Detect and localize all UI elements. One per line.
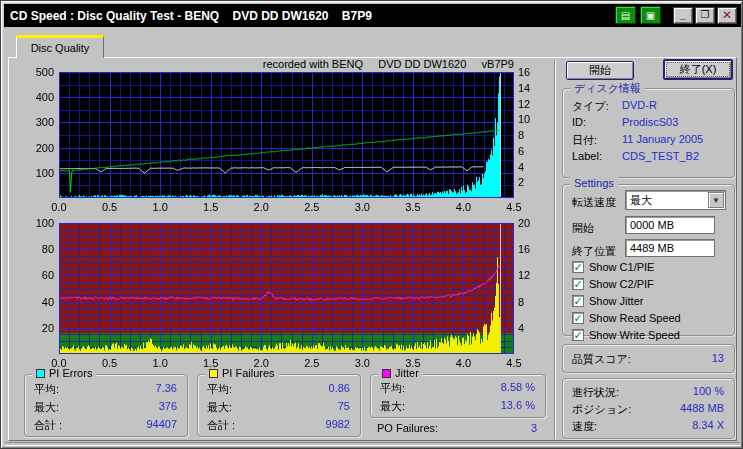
transfer-speed-label: 転送速度 xyxy=(572,195,616,210)
exit-button[interactable]: 終了(X) xyxy=(663,59,733,80)
close-button[interactable]: ✕ xyxy=(717,7,737,24)
jitter-legend-swatch xyxy=(382,369,391,378)
checkbox-show-write-speed[interactable]: ✓ Show Write Speed xyxy=(572,329,680,341)
disc-info-title: ディスク情報 xyxy=(570,81,645,96)
checkmark-icon: ✓ xyxy=(572,261,584,273)
minimize-button[interactable]: _ xyxy=(673,7,693,24)
pi-failures-total-row: 合計 :9982 xyxy=(207,418,350,433)
pi-errors-legend-swatch xyxy=(36,369,45,378)
panel-separator xyxy=(554,61,556,439)
speed-row: 速度:8.34 X xyxy=(572,419,724,434)
disc-info-group: ディスク情報 タイプ:DVD-R ID:ProdiscS03 日付:11 Jan… xyxy=(562,88,735,178)
maximize-button[interactable]: ❐ xyxy=(695,7,715,24)
disc-date-row: 日付:11 January 2005 xyxy=(572,133,724,148)
jitter-max-row: 最大:13.6 % xyxy=(380,399,535,414)
quality-chart-top xyxy=(15,56,550,215)
checkmark-icon: ✓ xyxy=(572,295,584,307)
disc-type-row: タイプ:DVD-R xyxy=(572,99,724,114)
progress-group: 進行状況:100 % ポジション:4488 MB 速度:8.34 X xyxy=(562,378,735,439)
checkbox-show-read-speed[interactable]: ✓ Show Read Speed xyxy=(572,312,681,324)
pi-errors-group: PI Errors 平均:7.36 最大:376 合計 :94407 xyxy=(24,374,188,437)
jitter-title: Jitter xyxy=(395,367,419,379)
start-position-field[interactable]: 0000 MB xyxy=(625,216,715,234)
disc-id-row: ID:ProdiscS03 xyxy=(572,116,724,128)
checkmark-icon: ✓ xyxy=(572,312,584,324)
quality-chart-bottom xyxy=(15,215,550,371)
pi-errors-total-row: 合計 :94407 xyxy=(34,418,177,433)
window-title: CD Speed : Disc Quality Test - BENQ DVD … xyxy=(10,9,372,23)
checkbox-show-c1-pie[interactable]: ✓ Show C1/PIE xyxy=(572,261,654,273)
end-position-label: 終了位置 xyxy=(572,244,616,259)
disc-label-row: Label:CDS_TEST_B2 xyxy=(572,150,724,162)
status-bar xyxy=(5,442,740,446)
pi-failures-avg-row: 平均:0.86 xyxy=(207,382,350,397)
tab-disc-quality[interactable]: Disc Quality xyxy=(16,35,104,58)
checkmark-icon: ✓ xyxy=(572,329,584,341)
pi-failures-group: PI Failures 平均:0.86 最大:75 合計 :9982 xyxy=(197,374,361,437)
settings-group: Settings 転送速度 最大 ▼ 開始 0000 MB 終了位置 4489 … xyxy=(562,184,735,336)
progress-row: 進行状況:100 % xyxy=(572,385,724,400)
checkbox-show-c2-pif[interactable]: ✓ Show C2/PIF xyxy=(572,278,654,290)
quality-score-group: 品質スコア:13 xyxy=(562,344,735,373)
end-position-field[interactable]: 4489 MB xyxy=(625,239,715,257)
report-icon[interactable]: ▤ xyxy=(615,6,636,24)
title-bar[interactable]: CD Speed : Disc Quality Test - BENQ DVD … xyxy=(4,4,741,27)
start-position-label: 開始 xyxy=(572,221,594,236)
pi-failures-max-row: 最大:75 xyxy=(207,400,350,415)
pi-failures-legend-swatch xyxy=(209,369,218,378)
jitter-avg-row: 平均:8.58 % xyxy=(380,381,535,396)
checkbox-show-jitter[interactable]: ✓ Show Jitter xyxy=(572,295,643,307)
checkmark-icon: ✓ xyxy=(572,278,584,290)
app-window: CD Speed : Disc Quality Test - BENQ DVD … xyxy=(0,0,743,449)
transfer-speed-combobox[interactable]: 最大 ▼ xyxy=(625,190,726,210)
chevron-down-icon[interactable]: ▼ xyxy=(708,192,724,208)
quality-score-row: 品質スコア:13 xyxy=(572,352,724,367)
pi-failures-title: PI Failures xyxy=(222,367,275,379)
position-row: ポジション:4488 MB xyxy=(572,402,724,417)
pi-errors-avg-row: 平均:7.36 xyxy=(34,382,177,397)
settings-title: Settings xyxy=(570,177,618,189)
pi-errors-title: PI Errors xyxy=(49,367,92,379)
po-failures-row: PO Failures:3 xyxy=(377,422,537,434)
drive-icon[interactable]: ▣ xyxy=(640,6,661,24)
start-button[interactable]: 開始 xyxy=(566,61,634,80)
tab-label: Disc Quality xyxy=(31,42,90,54)
jitter-group: Jitter 平均:8.58 % 最大:13.6 % xyxy=(370,374,546,418)
pi-errors-max-row: 最大:376 xyxy=(34,400,177,415)
